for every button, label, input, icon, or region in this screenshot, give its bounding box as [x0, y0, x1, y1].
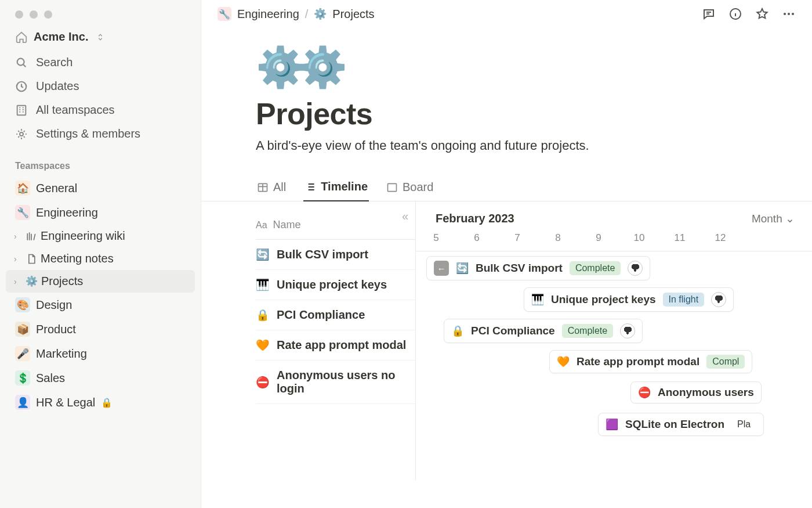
row-name: Unique project keys — [277, 278, 387, 291]
bar-emoji-icon: 🧡 — [557, 355, 570, 368]
timeline-month-label: February 2023 — [436, 212, 514, 225]
teamspace-list: 🏠 General 🔧 Engineering › Engineering wi… — [0, 176, 201, 415]
comments-icon[interactable] — [702, 7, 716, 21]
timeline-name-header: Aa Name — [256, 201, 415, 240]
board-icon: < path "M9 4v16M15 4v16"/> — [386, 182, 398, 193]
row-name: Rate app prompt modal — [277, 338, 406, 352]
more-icon[interactable] — [782, 7, 796, 21]
timeline-bar[interactable]: 🟪SQLite on ElectronPla — [598, 413, 764, 436]
svg-point-6 — [788, 13, 790, 15]
list-icon — [304, 181, 316, 193]
page-meeting-notes[interactable]: › Meeting notes — [6, 247, 195, 270]
collapse-left-icon[interactable]: « — [402, 210, 408, 223]
timeline-row[interactable]: 🎹Unique project keys — [256, 270, 415, 300]
star-icon[interactable] — [755, 7, 769, 21]
svg-rect-2 — [17, 105, 26, 115]
teamspace-product[interactable]: 📦 Product — [6, 317, 195, 341]
timeline-row[interactable]: 🔄Bulk CSV import — [256, 240, 415, 270]
bar-name: Unique project keys — [551, 293, 656, 306]
workspace-switcher[interactable]: Acme Inc. — [0, 22, 201, 47]
building-icon — [15, 104, 28, 117]
page-icon[interactable]: ⚙️⚙️ — [256, 44, 812, 91]
page-title[interactable]: Projects — [256, 96, 812, 131]
bar-emoji-icon: 🟪 — [606, 418, 618, 431]
day-label: 7 — [497, 232, 538, 244]
day-label: 10 — [619, 232, 659, 244]
breadcrumb-current: Projects — [332, 8, 374, 21]
tab-all[interactable]: All — [256, 176, 287, 201]
person-emoji-icon: 👤 — [15, 395, 30, 410]
dollar-emoji-icon: 💲 — [15, 370, 30, 385]
info-icon[interactable] — [728, 7, 742, 21]
bar-emoji-icon: 🔄 — [456, 262, 469, 275]
assignee-avatar[interactable] — [711, 292, 726, 307]
svg-rect-9 — [388, 183, 397, 191]
timeline-bar[interactable]: ←🔄Bulk CSV importComplete — [426, 256, 650, 280]
timeline-grid[interactable]: February 2023 Month ⌄ 56789101112 ←🔄Bulk… — [416, 201, 812, 480]
teamspace-engineering[interactable]: 🔧 Engineering — [6, 200, 195, 225]
timeline-bar[interactable]: 🔒PCI ComplianceComplete — [444, 319, 643, 343]
row-emoji-icon: ⛔ — [256, 376, 270, 389]
nav-all-teamspaces[interactable]: All teamspaces — [6, 98, 195, 122]
status-badge: Complete — [570, 261, 621, 275]
clock-icon — [15, 80, 28, 93]
text-type-icon: Aa — [256, 220, 267, 230]
assignee-avatar[interactable] — [628, 261, 643, 276]
bar-emoji-icon: 🎹 — [531, 293, 544, 306]
nav-settings[interactable]: Settings & members — [6, 122, 195, 146]
timeline-name-column: « Aa Name 🔄Bulk CSV import🎹Unique projec… — [201, 201, 416, 480]
bar-name: Rate app prompt modal — [577, 355, 699, 368]
teamspace-design[interactable]: 🎨 Design — [6, 293, 195, 317]
back-arrow-icon[interactable]: ← — [434, 261, 449, 276]
timeline-row[interactable]: ⛔Anonymous users no login — [256, 361, 415, 404]
home-emoji-icon: 🏠 — [15, 181, 30, 196]
timeline-bar[interactable]: 🧡Rate app prompt modalCompl — [549, 350, 752, 373]
timeline-zoom-select[interactable]: Month ⌄ — [752, 212, 795, 225]
teamspace-sales[interactable]: 💲 Sales — [6, 366, 195, 390]
wrench-emoji-icon: 🔧 — [217, 7, 231, 21]
search-icon — [15, 56, 28, 69]
row-emoji-icon: 🔄 — [256, 248, 270, 261]
main: 🔧 Engineering / ⚙️ Projects ⚙️⚙️ Project… — [201, 0, 812, 508]
status-badge: Pla — [731, 417, 756, 431]
bar-emoji-icon: 🔒 — [451, 325, 464, 337]
teamspace-general[interactable]: 🏠 General — [6, 176, 195, 200]
package-emoji-icon: 📦 — [15, 322, 30, 337]
assignee-avatar[interactable] — [620, 323, 635, 338]
status-badge: Complete — [562, 324, 613, 338]
timeline-bars: ←🔄Bulk CSV importComplete🎹Unique project… — [416, 251, 812, 257]
document-icon — [26, 253, 37, 265]
traffic-close[interactable] — [15, 10, 23, 19]
traffic-zoom[interactable] — [44, 10, 52, 19]
chevron-updown-icon — [96, 33, 104, 41]
nav-updates[interactable]: Updates — [6, 74, 195, 98]
traffic-minimize[interactable] — [30, 10, 38, 19]
svg-point-7 — [792, 13, 794, 15]
day-label: 6 — [456, 232, 497, 244]
timeline-bar[interactable]: ⛔Anonymous users — [630, 381, 762, 403]
timeline-row[interactable]: 🔒PCI Compliance — [256, 300, 415, 330]
mic-emoji-icon: 🎤 — [15, 346, 30, 361]
chevron-down-icon: ⌄ — [785, 212, 795, 225]
page-subtitle[interactable]: A bird's-eye view of the team's ongoing … — [256, 138, 812, 153]
page-hero: ⚙️⚙️ Projects A bird's-eye view of the t… — [201, 44, 812, 153]
bar-name: Anonymous users — [658, 386, 754, 399]
workspace-name: Acme Inc. — [34, 30, 88, 44]
sidebar-section-teamspaces: Teamspaces — [0, 149, 201, 176]
row-name: PCI Compliance — [277, 308, 365, 322]
breadcrumb-parent[interactable]: Engineering — [237, 8, 299, 21]
chevron-right-icon[interactable]: › — [14, 232, 22, 241]
gears-emoji-icon: ⚙️ — [314, 8, 327, 20]
page-projects[interactable]: › ⚙️ Projects — [6, 270, 195, 293]
page-engineering-wiki[interactable]: › Engineering wiki — [6, 225, 195, 247]
timeline-row[interactable]: 🧡Rate app prompt modal — [256, 330, 415, 361]
teamspace-hr-legal[interactable]: 👤 HR & Legal 🔒 — [6, 390, 195, 415]
tab-board[interactable]: < path "M9 4v16M15 4v16"/> Board — [385, 176, 434, 201]
timeline-bar[interactable]: 🎹Unique project keysIn flight — [524, 287, 734, 312]
nav-search[interactable]: Search — [6, 51, 195, 74]
window-traffic-lights — [0, 0, 201, 22]
chevron-right-icon[interactable]: › — [14, 277, 22, 286]
chevron-right-icon[interactable]: › — [14, 254, 22, 264]
teamspace-marketing[interactable]: 🎤 Marketing — [6, 341, 195, 366]
tab-timeline[interactable]: Timeline — [303, 176, 369, 201]
